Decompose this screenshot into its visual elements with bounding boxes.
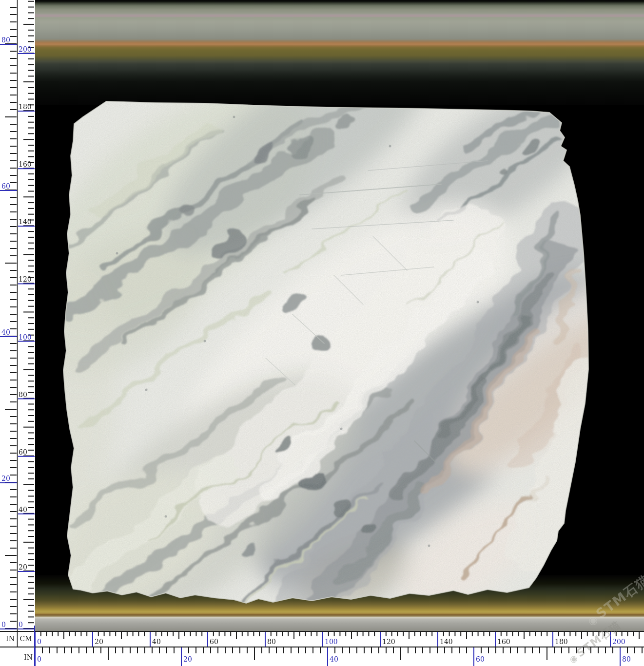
ruler-label: 60 xyxy=(19,448,27,456)
ruler-label: 40 xyxy=(330,655,338,663)
ruler-label: 80 xyxy=(622,655,631,663)
ruler-label: 0 xyxy=(1,621,6,628)
scanner-bed-bottom-edge xyxy=(35,575,644,631)
ruler-label: 200 xyxy=(19,45,32,53)
ruler-label: 120 xyxy=(382,638,395,646)
ruler-label: 40 xyxy=(19,506,27,514)
vertical-ruler-cm-header: CM xyxy=(19,635,33,643)
ruler-label: 100 xyxy=(19,333,32,341)
ruler-label: 60 xyxy=(476,655,485,663)
watermark-logo-icon: ◉ xyxy=(567,652,580,665)
ruler-label: 0 xyxy=(37,655,41,663)
ruler-label: 60 xyxy=(1,182,10,190)
ruler-label: 80 xyxy=(1,36,10,44)
left-ruler-background xyxy=(0,0,35,631)
ruler-label: 40 xyxy=(1,328,10,336)
ruler-label: 200 xyxy=(612,638,625,646)
scan-photo-area xyxy=(35,0,644,631)
scanner-bed-top-edge xyxy=(35,0,644,105)
ruler-label: 180 xyxy=(555,638,568,646)
ruler-label: 20 xyxy=(183,655,192,663)
bottom-ruler-background xyxy=(0,631,644,666)
ruler-label: 0 xyxy=(19,621,23,628)
ruler-label: 40 xyxy=(152,638,161,646)
horizontal-ruler-inch-header: IN xyxy=(17,653,33,661)
ruler-label: 60 xyxy=(210,638,218,646)
ruler-label: 160 xyxy=(497,638,510,646)
vertical-ruler-inch-header: IN xyxy=(3,635,18,643)
ruler-label: 140 xyxy=(19,218,32,226)
ruler-label: 20 xyxy=(95,638,103,646)
ruler-label: 80 xyxy=(19,391,27,399)
ruler-label: 0 xyxy=(37,638,41,646)
ruler-label: 20 xyxy=(1,475,10,482)
ruler-label: 80 xyxy=(267,638,276,646)
ruler-label: 100 xyxy=(325,638,338,646)
ruler-label: 180 xyxy=(19,103,32,111)
ruler-label: 20 xyxy=(19,563,27,571)
ruler-label: 120 xyxy=(19,275,32,283)
ruler-label: 160 xyxy=(19,160,32,168)
ruler-label: 140 xyxy=(440,638,453,646)
slab-scan-viewport: 0204060800204060801001201401601802000204… xyxy=(0,0,644,666)
